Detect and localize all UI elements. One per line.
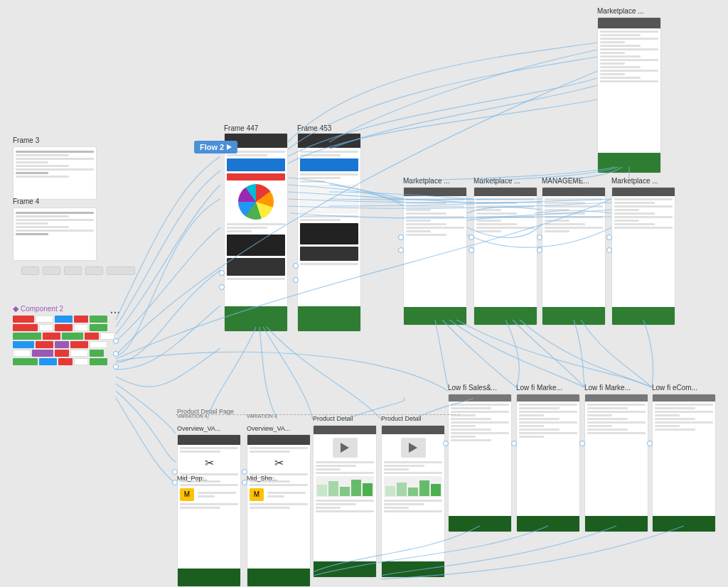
button-group	[21, 266, 135, 275]
midpop-label: Mid_Pop...	[177, 475, 208, 482]
overview-va1-card[interactable]: ✂ M	[177, 434, 241, 587]
conn-dot-lf2	[511, 441, 517, 446]
marketplace1-label: Marketplace ...	[597, 7, 644, 15]
lowfi-marke2-label: Low fi Marke...	[584, 384, 631, 392]
product-detail2-label: Product Detail	[381, 415, 422, 422]
flow2-badge[interactable]: Flow 2	[194, 141, 237, 154]
product-detail2-card[interactable]	[381, 425, 445, 578]
conn-dot-mm1-2	[398, 247, 404, 253]
conn-dot-ov4	[242, 480, 247, 485]
conn-dot-mm3-2	[537, 247, 542, 253]
frame4-label: Frame 4	[13, 198, 39, 205]
conn-dot-mm3-1	[537, 235, 542, 240]
lowfi-marke2-card[interactable]	[584, 394, 648, 532]
conn-dot-f453-1	[293, 263, 299, 269]
conn-dot-ov1	[172, 469, 178, 475]
conn-dot-ov2	[172, 480, 178, 485]
midsho-label: Mid_Sho...	[247, 475, 277, 482]
component2-label: ◆ Component 2	[13, 304, 63, 313]
overview-va2-card[interactable]: ✂ M	[247, 434, 311, 587]
conn-dot-3	[113, 364, 119, 370]
marketplace-mid2-card[interactable]	[473, 187, 537, 325]
frame447-card[interactable]	[224, 133, 288, 332]
marketplace-mid2-label: Marketplace ...	[473, 177, 520, 185]
frame453-card[interactable]	[297, 133, 361, 332]
frame447-label: Frame 447	[224, 124, 258, 132]
marketplace-mid3-card[interactable]	[611, 187, 675, 325]
management-card[interactable]	[542, 187, 606, 325]
frame3-card[interactable]	[13, 146, 97, 200]
conn-dot-mm2-2	[469, 247, 474, 253]
conn-dot-mm1-1	[398, 235, 404, 240]
conn-dot-f447-2	[219, 284, 225, 290]
variation4-label-1: VARIATION 4	[177, 414, 208, 419]
marketplace-mid1-label: Marketplace ...	[403, 177, 450, 185]
conn-dot-f447-1	[219, 270, 225, 276]
conn-dot-mm2-1	[469, 235, 474, 240]
overview-va2-label: Overview_VA...	[247, 425, 290, 432]
variation4-label-2: VARIATION 4	[247, 414, 277, 419]
conn-dot-1	[113, 338, 119, 344]
overview-va1-label: Overview_VA...	[177, 425, 220, 432]
conn-dot-mm4-1	[606, 235, 612, 240]
marketplace-mid3-label: Marketplace ...	[611, 177, 658, 185]
play-icon	[227, 144, 232, 150]
lowfi-sales-label: Low fi Sales&...	[448, 384, 497, 392]
conn-dot-2	[113, 351, 119, 357]
component2-content	[13, 314, 116, 367]
marketplace-mid1-card[interactable]	[403, 187, 467, 325]
frame3-label: Frame 3	[13, 136, 39, 144]
frame453-label: Frame 453	[297, 124, 331, 132]
conn-dot-mm4-2	[606, 247, 612, 253]
conn-dot-lf3	[579, 441, 585, 446]
canvas: Frame 3 Frame 4 ◆ Component 2 ...	[0, 0, 728, 587]
frame4-card[interactable]	[13, 208, 97, 261]
conn-dot-lf1	[443, 441, 449, 446]
marketplace1-card[interactable]	[597, 17, 661, 173]
lowfi-ecom-label: Low fi eCom...	[652, 384, 697, 392]
conn-dot-lf4	[647, 441, 653, 446]
product-detail1-label: Product Detail	[313, 415, 353, 422]
conn-dot-f453-2	[293, 277, 299, 283]
conn-dot-ov3	[242, 469, 247, 475]
management-label: MANAGEME...	[542, 177, 589, 185]
product-detail1-card[interactable]	[313, 425, 377, 578]
lowfi-marke1-card[interactable]	[516, 394, 580, 532]
lowfi-ecom-card[interactable]	[652, 394, 716, 532]
lowfi-marke1-label: Low fi Marke...	[516, 384, 562, 392]
